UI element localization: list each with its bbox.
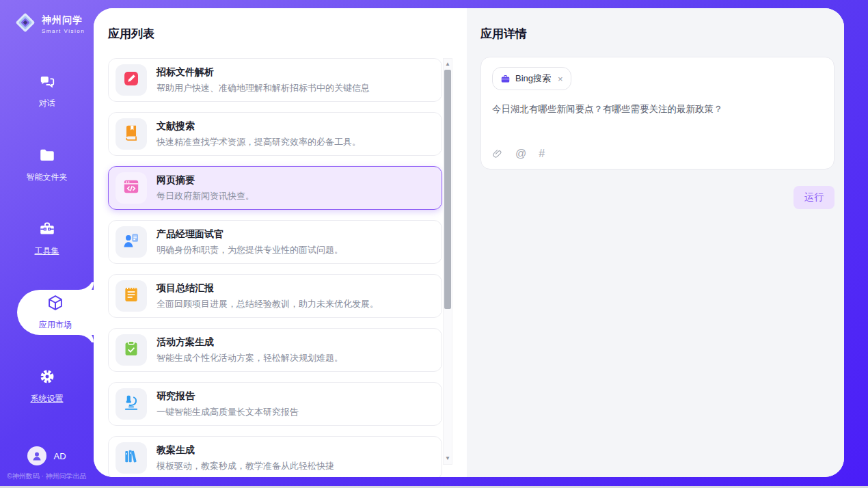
app-card-title: 网页摘要 — [157, 174, 254, 187]
app-icon-tile — [116, 334, 147, 366]
brand-title: 神州问学 — [42, 14, 85, 27]
pen-square-icon — [122, 70, 140, 90]
run-button[interactable]: 运行 — [794, 186, 835, 209]
microscope-icon — [122, 394, 140, 414]
cube-icon — [46, 294, 64, 314]
app-card-title: 活动方案生成 — [157, 336, 343, 349]
app-card-project-summary[interactable]: 项目总结汇报 全面回顾项目进展，总结经验教训，助力未来优化发展。 — [108, 274, 442, 318]
app-card-desc: 智能生成个性化活动方案，轻松解决规划难题。 — [157, 352, 343, 364]
app-card-title: 项目总结汇报 — [157, 282, 379, 295]
user-profile[interactable]: AD — [0, 446, 94, 465]
scrollbar-thumb[interactable] — [444, 70, 451, 309]
sidebar-nav: 对话 智能文件夹 — [0, 74, 94, 444]
app-card-desc: 帮助用户快速、准确地理解和解析招标书中的关键信息 — [157, 82, 370, 94]
app-list-panel: 应用列表 招标文件解析 帮助用户快速、准确地理解和解析招标书中的关键信息 — [94, 8, 467, 477]
app-card-title: 教案生成 — [157, 444, 334, 457]
mention-icon[interactable]: @ — [515, 148, 526, 160]
app-icon-tile — [116, 118, 147, 150]
app-card-title: 文献搜索 — [157, 120, 361, 133]
run-row: 运行 — [480, 186, 835, 209]
tool-tag-label: Bing搜索 — [515, 72, 551, 85]
app-card-desc: 快速精准查找学术资源，提高研究效率的必备工具。 — [157, 136, 361, 148]
app-detail-title: 应用详情 — [480, 26, 835, 42]
scroll-down-icon[interactable]: ▼ — [444, 454, 452, 463]
app-card-desc: 全面回顾项目进展，总结经验教训，助力未来优化发展。 — [157, 298, 379, 310]
sidebar-item-label: 系统设置 — [31, 393, 64, 405]
app-card-title: 产品经理面试官 — [157, 228, 343, 241]
prompt-card: Bing搜索 × 今日湖北有哪些新闻要点？有哪些需要关注的最新政策？ @ # — [480, 57, 835, 170]
user-name: AD — [53, 451, 66, 461]
brand: 神州问学 Smart Vision — [0, 0, 94, 37]
scroll-up-icon[interactable]: ▲ — [444, 59, 452, 69]
app-card-desc: 每日政府新闻资讯快查。 — [157, 190, 254, 202]
app-card-pm-interviewer[interactable]: 产品经理面试官 明确身份和职责，为您提供专业性的面试问题。 — [108, 220, 442, 264]
app-card-research-report[interactable]: 研究报告 一键智能生成高质量长文本研究报告 — [108, 382, 442, 426]
clipboard-check-icon — [122, 340, 140, 360]
toolbox-icon — [38, 220, 56, 241]
app-list-title: 应用列表 — [108, 26, 467, 42]
books-icon — [122, 448, 140, 468]
composer-icon-row: @ # — [492, 148, 545, 160]
sidebar-item-toolset[interactable]: 工具集 — [0, 222, 94, 255]
sidebar-item-settings[interactable]: 系统设置 — [0, 370, 94, 403]
prompt-text[interactable]: 今日湖北有哪些新闻要点？有哪些需要关注的最新政策？ — [492, 103, 823, 116]
app-icon-tile — [116, 226, 147, 258]
memo-icon — [122, 286, 140, 306]
app-icon-tile — [116, 280, 147, 312]
browser-code-icon — [122, 178, 140, 198]
tool-tag-bing-search[interactable]: Bing搜索 × — [492, 67, 571, 90]
app-detail-panel: 应用详情 Bing搜索 × 今日湖北有哪些新闻要点？有哪些需要关注的最新政策？ — [467, 8, 844, 477]
interviewer-icon — [122, 232, 140, 252]
sidebar-item-label: 应用市场 — [39, 319, 72, 331]
sidebar-item-app-market[interactable]: 应用市场 — [17, 290, 94, 335]
app-card-desc: 一键智能生成高质量长文本研究报告 — [157, 406, 299, 418]
app-card-list: 招标文件解析 帮助用户快速、准确地理解和解析招标书中的关键信息 — [108, 58, 442, 477]
app-card-literature-search[interactable]: 文献搜索 快速精准查找学术资源，提高研究效率的必备工具。 — [108, 112, 442, 156]
app-card-lesson-plan[interactable]: 教案生成 模板驱动，教案秒成，教学准备从此轻松快捷 — [108, 436, 442, 477]
sidebar-item-label: 对话 — [39, 98, 55, 109]
scrollbar[interactable]: ▲ ▼ — [443, 58, 452, 465]
paperclip-icon[interactable] — [492, 148, 503, 159]
app-card-event-plan[interactable]: 活动方案生成 智能生成个性化活动方案，轻松解决规划难题。 — [108, 328, 442, 372]
gear-icon — [38, 368, 56, 388]
close-icon[interactable]: × — [558, 74, 563, 84]
app-card-tender-parse[interactable]: 招标文件解析 帮助用户快速、准确地理解和解析招标书中的关键信息 — [108, 58, 442, 102]
app-card-desc: 模板驱动，教案秒成，教学准备从此轻松快捷 — [157, 460, 334, 472]
app-card-desc: 明确身份和职责，为您提供专业性的面试问题。 — [157, 244, 343, 256]
brand-subtitle: Smart Vision — [42, 28, 85, 34]
app-icon-tile — [116, 64, 147, 96]
sidebar-item-label: 智能文件夹 — [27, 172, 68, 183]
app-icon-tile — [116, 388, 147, 420]
briefcase-icon — [500, 74, 511, 84]
main-container: 应用列表 招标文件解析 帮助用户快速、准确地理解和解析招标书中的关键信息 — [94, 8, 844, 477]
copyright-footer: ©神州数码 · 神州问学出品 — [0, 472, 94, 481]
folder-icon — [38, 146, 56, 167]
app-card-title: 研究报告 — [157, 390, 299, 403]
brand-diamond-logo-icon — [14, 11, 37, 37]
chat-bubbles-icon — [38, 72, 56, 93]
app-icon-tile — [116, 172, 147, 204]
app-card-web-summary[interactable]: 网页摘要 每日政府新闻资讯快查。 — [108, 166, 442, 210]
app-icon-tile — [116, 442, 147, 474]
app-card-title: 招标文件解析 — [157, 66, 370, 79]
sidebar-item-chat[interactable]: 对话 — [0, 74, 94, 107]
sidebar-item-smart-folders[interactable]: 智能文件夹 — [0, 148, 94, 181]
sidebar-item-label: 工具集 — [35, 245, 59, 257]
book-icon — [122, 124, 140, 144]
hash-icon[interactable]: # — [539, 148, 545, 160]
avatar — [27, 446, 46, 465]
sidebar: 神州问学 Smart Vision 对话 — [0, 0, 94, 486]
app-window: 神州问学 Smart Vision 对话 — [0, 0, 868, 488]
